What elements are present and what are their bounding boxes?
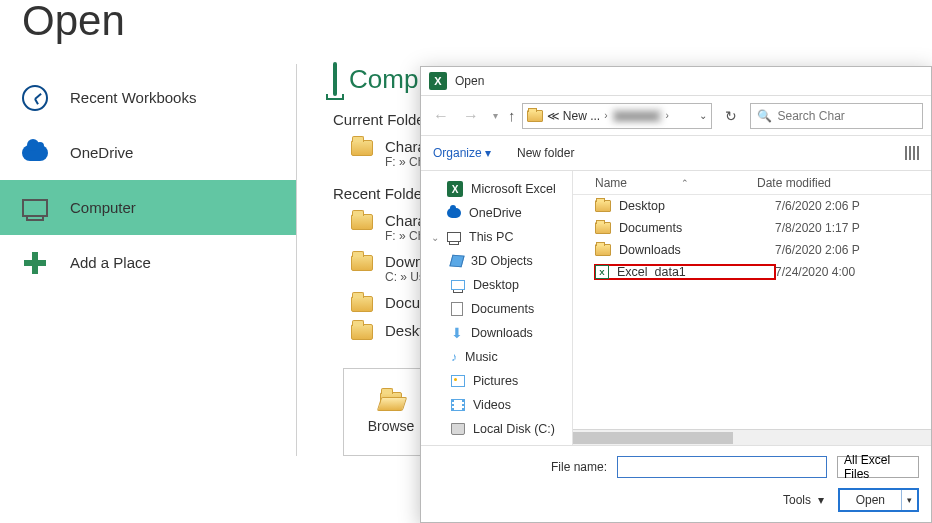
chevron-down-icon[interactable]: ⌄ (699, 110, 707, 121)
folder-icon (351, 296, 373, 312)
organize-menu[interactable]: Organize ▾ (433, 146, 491, 160)
folder-icon (351, 324, 373, 340)
browse-label: Browse (368, 418, 415, 434)
clock-icon (20, 85, 50, 111)
plus-icon (20, 252, 50, 274)
forward-button[interactable]: → (459, 105, 483, 127)
crumb: ≪ New ... (547, 109, 601, 123)
dialog-footer: File name: All Excel Files Tools ▾ Open … (421, 445, 931, 522)
filename-input[interactable] (617, 456, 827, 478)
sidebar-item-addplace[interactable]: Add a Place (0, 235, 296, 290)
tree-item[interactable]: Pictures (429, 369, 572, 393)
sidebar-item-label: Add a Place (70, 254, 151, 271)
cloud-icon (20, 145, 50, 161)
tree-item[interactable]: Desktop (429, 273, 572, 297)
dialog-nav: ← → ▾ ↑ ≪ New ... › xxxxxxx › ⌄ ↻ 🔍 Sear… (421, 95, 931, 135)
dialog-title: Open (455, 74, 484, 88)
open-button-dropdown[interactable]: ▾ (901, 490, 917, 510)
page-title: Open (0, 0, 932, 42)
tools-menu[interactable]: Tools ▾ (783, 493, 824, 507)
list-row[interactable]: Documents7/8/2020 1:17 P (573, 217, 931, 239)
view-options[interactable] (905, 146, 919, 160)
search-placeholder: Search Char (778, 109, 845, 123)
column-date[interactable]: Date modified (753, 176, 931, 190)
tree-item[interactable]: Documents (429, 297, 572, 321)
list-row[interactable]: XExcel_data17/24/2020 4:00 (573, 261, 931, 283)
tree-item[interactable]: Local Disk (C:) (429, 417, 572, 441)
folder-icon (351, 214, 373, 230)
computer-icon (333, 64, 337, 95)
places-sidebar: Recent Workbooks OneDrive Computer Add a… (0, 64, 297, 456)
sidebar-item-label: OneDrive (70, 144, 133, 161)
filename-label: File name: (551, 460, 607, 474)
folder-icon (527, 110, 543, 122)
sidebar-item-label: Recent Workbooks (70, 89, 196, 106)
sidebar-item-label: Computer (70, 199, 136, 216)
crumb-redacted: xxxxxxx (612, 109, 662, 123)
folder-icon (351, 255, 373, 271)
sidebar-item-recent[interactable]: Recent Workbooks (0, 70, 296, 125)
column-name[interactable]: Name (595, 176, 627, 190)
panel-heading: Comp (349, 64, 418, 95)
file-open-dialog: X Open ← → ▾ ↑ ≪ New ... › xxxxxxx › ⌄ ↻… (420, 66, 932, 523)
search-input[interactable]: 🔍 Search Char (750, 103, 924, 129)
refresh-button[interactable]: ↻ (718, 103, 744, 129)
tree-item[interactable]: XMicrosoft Excel (429, 177, 572, 201)
file-list: Name ⌃ Date modified Desktop7/6/2020 2:0… (573, 171, 931, 445)
computer-icon (20, 199, 50, 217)
sidebar-item-onedrive[interactable]: OneDrive (0, 125, 296, 180)
folder-icon (351, 140, 373, 156)
open-folder-icon (380, 392, 402, 408)
excel-icon: X (429, 72, 447, 90)
open-button[interactable]: Open ▾ (838, 488, 919, 512)
sort-indicator: ⌃ (681, 178, 689, 188)
tree-item[interactable]: OneDrive (429, 201, 572, 225)
tree-item[interactable]: ⬇Downloads (429, 321, 572, 345)
up-button[interactable]: ↑ (508, 107, 516, 124)
tree-item[interactable]: 3D Objects (429, 249, 572, 273)
horizontal-scrollbar[interactable] (573, 429, 931, 445)
tree-item[interactable]: ♪Music (429, 345, 572, 369)
folder-tree: XMicrosoft ExcelOneDrive⌄This PC3D Objec… (421, 171, 573, 445)
dialog-titlebar[interactable]: X Open (421, 67, 931, 95)
search-icon: 🔍 (757, 109, 772, 123)
file-type-filter[interactable]: All Excel Files (837, 456, 919, 478)
tree-item[interactable]: ⌄This PC (429, 225, 572, 249)
list-row[interactable]: Downloads7/6/2020 2:06 P (573, 239, 931, 261)
list-row[interactable]: Desktop7/6/2020 2:06 P (573, 195, 931, 217)
new-folder-button[interactable]: New folder (517, 146, 574, 160)
sidebar-item-computer[interactable]: Computer (0, 180, 296, 235)
recent-dropdown[interactable]: ▾ (489, 108, 502, 123)
dialog-toolbar: Organize ▾ New folder (421, 135, 931, 171)
address-bar[interactable]: ≪ New ... › xxxxxxx › ⌄ (522, 103, 712, 129)
back-button[interactable]: ← (429, 105, 453, 127)
tree-item[interactable]: Videos (429, 393, 572, 417)
